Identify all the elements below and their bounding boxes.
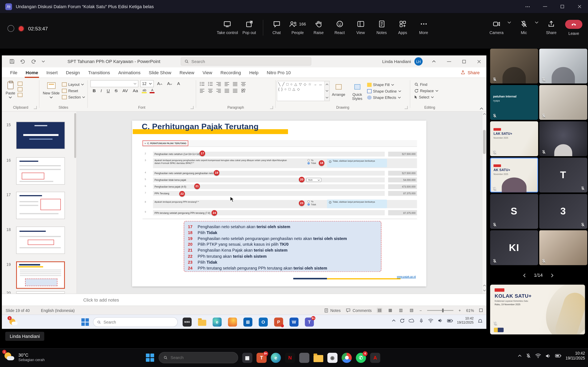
view-slideshow-button[interactable]: ▧ bbox=[409, 308, 414, 313]
ppt-close-button[interactable] bbox=[471, 55, 486, 67]
shape-effects-button[interactable]: Shape Effects bbox=[367, 94, 401, 101]
slide-thumbnail-19-selected[interactable] bbox=[16, 261, 65, 289]
status-comments-button[interactable]: Comments bbox=[346, 308, 372, 313]
tab-slide-show[interactable]: Slide Show bbox=[145, 68, 175, 77]
account-avatar[interactable]: LH bbox=[415, 57, 423, 66]
language-indicator[interactable]: English (Indonesia) bbox=[41, 308, 75, 313]
clear-formatting-icon[interactable]: A bbox=[176, 81, 182, 86]
teams-meeting-icon[interactable]: T9+ bbox=[256, 352, 267, 363]
netflix-icon[interactable]: N bbox=[285, 352, 295, 363]
ribbon-display-options-icon[interactable] bbox=[426, 55, 441, 67]
radio-ya[interactable]: Ya bbox=[307, 200, 316, 203]
italic-button[interactable]: I bbox=[99, 88, 103, 93]
slide-thumbnail-20[interactable] bbox=[16, 291, 65, 294]
tray-mic-off-icon[interactable] bbox=[526, 353, 531, 359]
people-button[interactable]: 166 People bbox=[288, 18, 307, 35]
font-size-combobox[interactable]: 12 bbox=[140, 80, 154, 87]
text-highlight-color-icon[interactable]: ab bbox=[141, 88, 147, 93]
shared-start-button[interactable] bbox=[81, 318, 89, 326]
edge-icon[interactable]: e bbox=[213, 318, 222, 327]
tab-design[interactable]: Design bbox=[62, 68, 84, 77]
shape-icon[interactable]: ↔ bbox=[319, 82, 322, 86]
slide-thumbnail-17[interactable] bbox=[16, 192, 65, 219]
shape-icon[interactable]: ☆ bbox=[308, 82, 311, 86]
radio-group-row8[interactable]: Ya Tidak bbox=[307, 200, 316, 206]
radio-group-row3[interactable]: Ya Tidak bbox=[307, 159, 316, 165]
bullets-icon[interactable] bbox=[199, 82, 205, 86]
shape-icon[interactable]: } bbox=[281, 87, 283, 91]
tab-view[interactable]: View bbox=[199, 68, 216, 77]
previous-page-icon[interactable] bbox=[522, 272, 527, 279]
find-button[interactable]: Find bbox=[415, 81, 448, 88]
active-speaker-tile[interactable]: AK SATU+ November 2025 bbox=[490, 158, 538, 192]
slide-thumbnail-16[interactable] bbox=[16, 157, 65, 184]
character-spacing-icon[interactable]: AV bbox=[121, 88, 129, 93]
increase-indent-icon[interactable] bbox=[224, 82, 229, 86]
tab-home[interactable]: Home bbox=[22, 68, 42, 77]
camera-button[interactable]: Camera bbox=[487, 18, 506, 35]
tab-help[interactable]: Help bbox=[245, 68, 262, 77]
slide-scrollbar[interactable] bbox=[482, 111, 486, 294]
shape-icon[interactable]: ╱ bbox=[282, 82, 285, 86]
scrollbar-thumb[interactable] bbox=[483, 130, 486, 154]
take-control-button[interactable]: Take control bbox=[217, 18, 238, 35]
window-minimize-button[interactable] bbox=[536, 0, 553, 13]
task-view-icon[interactable]: ▦ bbox=[242, 352, 252, 363]
volume-icon[interactable] bbox=[438, 318, 443, 323]
participant-initial-tile[interactable]: S bbox=[490, 194, 538, 229]
slide-thumbnail-15[interactable] bbox=[16, 122, 65, 149]
radio-ya[interactable]: Ya bbox=[307, 159, 316, 161]
ppt-minimize-button[interactable] bbox=[441, 55, 456, 67]
fit-to-window-icon[interactable] bbox=[479, 309, 483, 312]
m365-icon[interactable]: M365 bbox=[182, 318, 191, 327]
radio-tidak-selected[interactable]: Tidak bbox=[307, 162, 316, 164]
decrease-indent-icon[interactable] bbox=[216, 82, 221, 86]
shape-icon[interactable]: ○ bbox=[290, 82, 293, 86]
participant-video-tile[interactable] bbox=[539, 85, 587, 120]
clipboard-dialog-launcher-icon[interactable] bbox=[34, 106, 37, 109]
font-name-combobox[interactable] bbox=[90, 80, 138, 87]
raise-hand-button[interactable]: Raise bbox=[309, 18, 329, 35]
file-explorer-icon[interactable] bbox=[314, 355, 323, 362]
wifi-icon[interactable] bbox=[428, 318, 433, 323]
participant-video-tile[interactable] bbox=[539, 121, 587, 156]
shapes-gallery-scroll[interactable] bbox=[325, 81, 330, 101]
more-button[interactable]: More bbox=[414, 18, 433, 35]
underline-button[interactable]: U bbox=[105, 88, 111, 93]
qat-customize-chevron-icon[interactable] bbox=[42, 60, 45, 63]
redo-icon[interactable] bbox=[31, 59, 36, 63]
shrink-font-button[interactable]: A bbox=[165, 81, 174, 86]
bold-button[interactable]: B bbox=[91, 88, 97, 93]
shape-outline-button[interactable]: Shape Outline bbox=[367, 88, 401, 94]
teams-icon[interactable]: T9+ bbox=[305, 318, 314, 327]
next-page-icon[interactable] bbox=[549, 272, 555, 279]
participant-initial-tile[interactable]: KI bbox=[490, 230, 538, 265]
gallery-up-icon[interactable] bbox=[325, 83, 329, 85]
zoom-level[interactable]: 61% bbox=[466, 308, 474, 313]
tab-insert[interactable]: Insert bbox=[43, 68, 61, 77]
shared-content-preview-tile[interactable]: KOLAK SATU+ Kolaborasi Layanan Kemenkeu … bbox=[490, 285, 585, 334]
next-slide-icon[interactable] bbox=[483, 290, 486, 291]
chrome-icon[interactable] bbox=[342, 352, 352, 363]
radio-tidak-selected[interactable]: Tidak bbox=[307, 203, 316, 206]
notifications-icon[interactable] bbox=[478, 318, 483, 323]
app-icon[interactable] bbox=[299, 352, 310, 363]
wifi-icon[interactable] bbox=[535, 354, 541, 358]
battery-icon[interactable] bbox=[555, 354, 562, 358]
window-maximize-button[interactable] bbox=[553, 0, 571, 13]
shared-weather-widget[interactable]: 3 bbox=[9, 317, 18, 327]
store-icon[interactable]: ⊞ bbox=[243, 318, 252, 327]
shared-clock[interactable]: 10:42 19/11/2025 bbox=[457, 317, 474, 325]
weather-widget[interactable]: 1 30°C Sebagian cerah bbox=[4, 351, 44, 363]
shared-search-box[interactable] bbox=[93, 317, 178, 327]
shape-icon[interactable]: ▽ bbox=[299, 82, 302, 86]
replace-button[interactable]: Replace bbox=[415, 88, 448, 94]
quick-styles-button[interactable]: Quick Styles bbox=[347, 81, 367, 102]
convert-smartart-icon[interactable] bbox=[241, 88, 246, 93]
thumbnail-scrollbar[interactable] bbox=[74, 113, 76, 158]
status-notes-button[interactable]: Notes bbox=[324, 308, 341, 313]
grow-font-button[interactable]: A bbox=[156, 81, 164, 86]
new-slide-button[interactable]: New Slide bbox=[40, 79, 62, 100]
paste-button[interactable]: Paste bbox=[3, 79, 17, 100]
select-button[interactable]: Select bbox=[415, 94, 448, 100]
